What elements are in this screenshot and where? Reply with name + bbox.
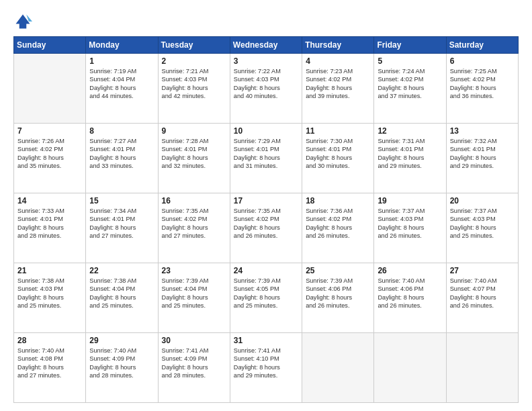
cell-info-line: Sunrise: 7:37 AM bbox=[450, 207, 515, 215]
cell-info-line: Sunset: 4:02 PM bbox=[17, 145, 82, 153]
day-number: 21 bbox=[17, 266, 82, 275]
cell-info-line: and 37 minutes. bbox=[378, 92, 442, 100]
cell-info-line: and 26 minutes. bbox=[306, 232, 370, 240]
cell-info-line: Sunset: 4:01 PM bbox=[234, 145, 298, 153]
calendar-cell: 3Sunrise: 7:22 AMSunset: 4:03 PMDaylight… bbox=[230, 54, 302, 124]
cell-info-line: and 25 minutes. bbox=[450, 232, 515, 240]
cell-info-line: Sunset: 4:01 PM bbox=[17, 215, 82, 223]
day-header-saturday: Saturday bbox=[446, 37, 518, 54]
cell-info-line: Daylight: 8 hours bbox=[450, 293, 515, 302]
cell-info-line: Sunrise: 7:41 AM bbox=[234, 347, 298, 355]
cell-info-line: Sunrise: 7:34 AM bbox=[89, 207, 154, 215]
cell-info-line: Daylight: 8 hours bbox=[162, 154, 226, 162]
cell-info-line: Sunrise: 7:39 AM bbox=[306, 277, 370, 285]
cell-info-line: Sunset: 4:02 PM bbox=[306, 75, 370, 83]
day-number: 1 bbox=[89, 56, 154, 66]
calendar-cell: 31Sunrise: 7:41 AMSunset: 4:10 PMDayligh… bbox=[230, 333, 302, 403]
cell-info-line: Sunset: 4:05 PM bbox=[234, 285, 298, 293]
day-number: 30 bbox=[162, 336, 226, 345]
calendar-cell bbox=[446, 333, 518, 403]
cell-info-line: Sunset: 4:09 PM bbox=[89, 355, 154, 363]
cell-info-line: Sunrise: 7:21 AM bbox=[162, 67, 226, 75]
cell-info-line: and 26 minutes. bbox=[234, 232, 298, 240]
day-number: 19 bbox=[378, 196, 442, 205]
calendar-cell: 28Sunrise: 7:40 AMSunset: 4:08 PMDayligh… bbox=[14, 333, 86, 403]
cell-info-line: Daylight: 8 hours bbox=[450, 84, 515, 92]
cell-info-line: Sunset: 4:02 PM bbox=[306, 215, 370, 223]
day-number: 4 bbox=[306, 56, 370, 66]
cell-info-line: Daylight: 8 hours bbox=[306, 154, 370, 162]
cell-info-line: Sunrise: 7:37 AM bbox=[378, 207, 442, 215]
cell-info-line: and 25 minutes. bbox=[162, 302, 226, 310]
calendar-cell: 8Sunrise: 7:27 AMSunset: 4:01 PMDaylight… bbox=[86, 124, 158, 193]
cell-info-line: Sunset: 4:04 PM bbox=[89, 285, 154, 293]
cell-info-line: and 26 minutes. bbox=[378, 302, 442, 310]
cell-info-line: Daylight: 8 hours bbox=[89, 224, 154, 232]
calendar-cell: 12Sunrise: 7:31 AMSunset: 4:01 PMDayligh… bbox=[374, 124, 446, 193]
calendar-cell: 16Sunrise: 7:35 AMSunset: 4:02 PMDayligh… bbox=[158, 193, 230, 263]
cell-info-line: Sunrise: 7:35 AM bbox=[234, 207, 298, 215]
day-number: 6 bbox=[450, 56, 515, 66]
cell-info-line: Sunrise: 7:22 AM bbox=[234, 67, 298, 75]
day-number: 9 bbox=[162, 126, 226, 136]
cell-info-line: and 27 minutes. bbox=[89, 232, 154, 240]
cell-info-line: Sunrise: 7:36 AM bbox=[306, 207, 370, 215]
cell-info-line: Sunset: 4:01 PM bbox=[378, 145, 442, 153]
cell-info-line: Daylight: 8 hours bbox=[162, 363, 226, 371]
calendar-cell: 11Sunrise: 7:30 AMSunset: 4:01 PMDayligh… bbox=[302, 124, 374, 193]
cell-info-line: Daylight: 8 hours bbox=[89, 363, 154, 371]
calendar-cell: 14Sunrise: 7:33 AMSunset: 4:01 PMDayligh… bbox=[14, 193, 86, 263]
cell-info-line: and 26 minutes. bbox=[378, 232, 442, 240]
cell-info-line: Sunrise: 7:39 AM bbox=[234, 277, 298, 285]
cell-info-line: Sunrise: 7:26 AM bbox=[17, 137, 82, 145]
cell-info-line: Daylight: 8 hours bbox=[378, 293, 442, 302]
cell-info-line: Sunset: 4:01 PM bbox=[450, 145, 515, 153]
calendar-cell: 7Sunrise: 7:26 AMSunset: 4:02 PMDaylight… bbox=[14, 124, 86, 193]
cell-info-line: Sunrise: 7:39 AM bbox=[162, 277, 226, 285]
cell-info-line: Sunset: 4:02 PM bbox=[450, 75, 515, 83]
cell-info-line: and 40 minutes. bbox=[234, 92, 298, 100]
cell-info-line: Sunset: 4:06 PM bbox=[378, 285, 442, 293]
calendar-cell: 30Sunrise: 7:41 AMSunset: 4:09 PMDayligh… bbox=[158, 333, 230, 403]
cell-info-line: and 42 minutes. bbox=[162, 92, 226, 100]
cell-info-line: Sunset: 4:03 PM bbox=[378, 215, 442, 223]
cell-info-line: Sunset: 4:03 PM bbox=[162, 75, 226, 83]
cell-info-line: and 31 minutes. bbox=[234, 162, 298, 170]
cell-info-line: and 39 minutes. bbox=[306, 92, 370, 100]
cell-info-line: Sunset: 4:10 PM bbox=[234, 355, 298, 363]
day-number: 22 bbox=[89, 266, 154, 275]
cell-info-line: Daylight: 8 hours bbox=[450, 154, 515, 162]
cell-info-line: Daylight: 8 hours bbox=[162, 84, 226, 92]
calendar-cell: 29Sunrise: 7:40 AMSunset: 4:09 PMDayligh… bbox=[86, 333, 158, 403]
cell-info-line: Sunset: 4:03 PM bbox=[17, 285, 82, 293]
calendar-cell: 19Sunrise: 7:37 AMSunset: 4:03 PMDayligh… bbox=[374, 193, 446, 263]
cell-info-line: Sunrise: 7:24 AM bbox=[378, 67, 442, 75]
cell-info-line: Sunset: 4:09 PM bbox=[162, 355, 226, 363]
day-header-monday: Monday bbox=[86, 37, 158, 54]
day-number: 2 bbox=[162, 56, 226, 66]
day-number: 17 bbox=[234, 196, 298, 205]
cell-info-line: Sunset: 4:02 PM bbox=[234, 215, 298, 223]
day-number: 31 bbox=[234, 336, 298, 345]
cell-info-line: Sunrise: 7:40 AM bbox=[450, 277, 515, 285]
calendar-header-row: SundayMondayTuesdayWednesdayThursdayFrid… bbox=[14, 37, 519, 54]
cell-info-line: Sunrise: 7:33 AM bbox=[17, 207, 82, 215]
cell-info-line: and 25 minutes. bbox=[17, 302, 82, 310]
calendar-week-2: 7Sunrise: 7:26 AMSunset: 4:02 PMDaylight… bbox=[14, 124, 519, 193]
day-header-thursday: Thursday bbox=[302, 37, 374, 54]
calendar-cell: 10Sunrise: 7:29 AMSunset: 4:01 PMDayligh… bbox=[230, 124, 302, 193]
cell-info-line: Daylight: 8 hours bbox=[234, 363, 298, 371]
cell-info-line: Daylight: 8 hours bbox=[306, 224, 370, 232]
calendar-cell: 27Sunrise: 7:40 AMSunset: 4:07 PMDayligh… bbox=[446, 263, 518, 333]
day-number: 16 bbox=[162, 196, 226, 205]
cell-info-line: Daylight: 8 hours bbox=[89, 154, 154, 162]
cell-info-line: and 44 minutes. bbox=[89, 92, 154, 100]
calendar-cell: 9Sunrise: 7:28 AMSunset: 4:01 PMDaylight… bbox=[158, 124, 230, 193]
day-number: 14 bbox=[17, 196, 82, 205]
cell-info-line: Sunset: 4:02 PM bbox=[162, 215, 226, 223]
cell-info-line: Daylight: 8 hours bbox=[306, 84, 370, 92]
cell-info-line: Daylight: 8 hours bbox=[378, 224, 442, 232]
calendar-cell bbox=[302, 333, 374, 403]
day-number: 3 bbox=[234, 56, 298, 66]
logo-icon bbox=[13, 12, 32, 31]
